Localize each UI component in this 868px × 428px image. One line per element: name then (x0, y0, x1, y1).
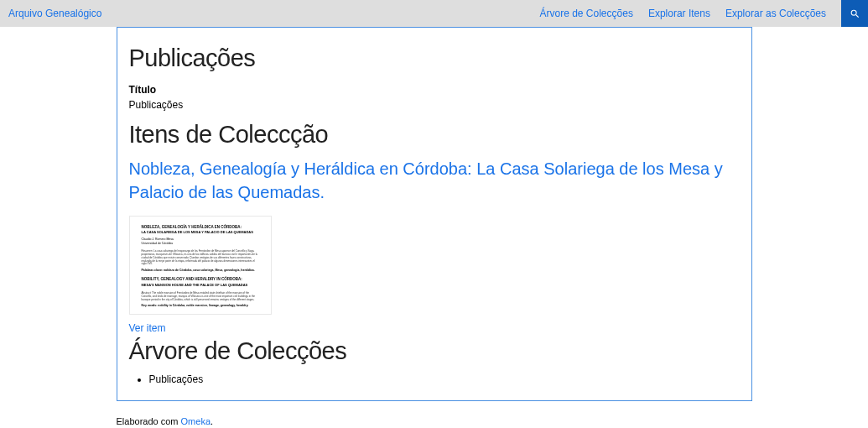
footer-suffix: . (211, 416, 213, 426)
footer: Elaborado com Omeka. (117, 416, 752, 428)
header: Arquivo Genealógico Árvore de Colecções … (0, 0, 868, 27)
page-title: Publicações (129, 44, 740, 72)
thumb-keywords-en: Key words: nobility in Córdoba, noble ma… (142, 304, 259, 307)
nav-explore-collections[interactable]: Explorar as Colecções (725, 8, 826, 19)
site-title-link[interactable]: Arquivo Genealógico (8, 8, 101, 19)
search-icon (850, 8, 860, 19)
search-button[interactable] (841, 0, 868, 27)
items-heading: Itens de Coleccção (129, 121, 740, 149)
tree-item: Publicações (149, 373, 740, 385)
thumb-title-en: NOBILITY, GENEALOGY AND HERALDRY IN CÓRD… (142, 277, 259, 281)
meta-value-title: Publicações (129, 99, 740, 111)
thumb-abstract-es: Resumen: La casa solariega del mayorazgo… (142, 250, 259, 266)
thumb-title-es: NOBLEZA, GENEALOGÍA Y HERÁLDICA EN CÓRDO… (142, 225, 259, 229)
thumb-affiliation: Universidad de Córdoba (142, 242, 259, 245)
nav-right: Árvore de Colecções Explorar Itens Explo… (540, 0, 869, 27)
main-content: Publicações Título Publicações Itens de … (117, 27, 752, 401)
thumb-subtitle-en: MESA'S MANSION HOUSE AND THE PALACE OF L… (142, 283, 259, 287)
tree-heading: Árvore de Colecções (129, 337, 740, 365)
thumb-subtitle-es: LA CASA SOLARIEGA DE LOS MESA Y PALACIO … (142, 230, 259, 234)
meta-label-title: Título (129, 84, 740, 96)
view-item-link[interactable]: Ver item (129, 322, 166, 334)
item-thumbnail[interactable]: NOBLEZA, GENEALOGÍA Y HERÁLDICA EN CÓRDO… (129, 216, 272, 315)
thumb-author: Claudio J. Romero Mesa (142, 237, 259, 241)
thumb-keywords-es: Palabras clave: nobleza de Córdoba, casa… (142, 269, 259, 272)
item-title-link[interactable]: Nobleza, Genealogía y Heráldica en Córdo… (129, 157, 740, 204)
footer-omeka-link[interactable]: Omeka (181, 416, 211, 426)
collection-tree: Publicações (129, 373, 740, 385)
nav-collections-tree[interactable]: Árvore de Colecções (540, 8, 633, 19)
footer-prefix: Elaborado com (117, 416, 181, 426)
thumb-abstract-en: Abstract: The noble mansion of Fernández… (142, 292, 259, 302)
nav-explore-items[interactable]: Explorar Itens (648, 8, 710, 19)
